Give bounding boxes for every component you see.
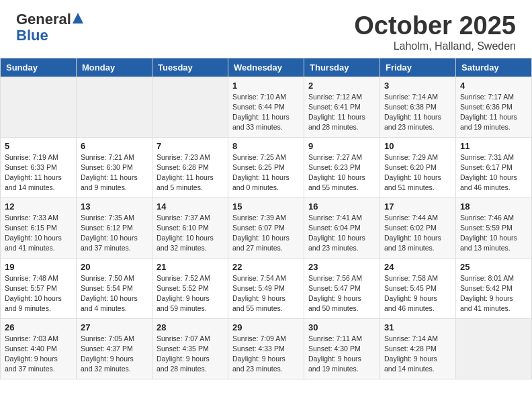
calendar-cell: 26Sunrise: 7:03 AM Sunset: 4:40 PM Dayli…: [1, 318, 77, 379]
calendar-cell: 27Sunrise: 7:05 AM Sunset: 4:37 PM Dayli…: [77, 318, 152, 379]
calendar-cell: 23Sunrise: 7:56 AM Sunset: 5:47 PM Dayli…: [304, 258, 380, 318]
day-number: 4: [460, 81, 527, 91]
day-info: Sunrise: 7:46 AM Sunset: 5:59 PM Dayligh…: [460, 213, 527, 254]
day-number: 2: [308, 81, 375, 91]
day-number: 8: [232, 141, 300, 151]
calendar-cell: 5Sunrise: 7:19 AM Sunset: 6:33 PM Daylig…: [1, 137, 77, 197]
calendar-cell: 31Sunrise: 7:14 AM Sunset: 4:28 PM Dayli…: [380, 318, 456, 379]
day-info: Sunrise: 7:17 AM Sunset: 6:36 PM Dayligh…: [460, 92, 527, 133]
day-info: Sunrise: 7:58 AM Sunset: 5:45 PM Dayligh…: [384, 273, 451, 314]
weekday-header-saturday: Saturday: [456, 58, 532, 77]
calendar-cell: [456, 318, 532, 379]
day-info: Sunrise: 7:12 AM Sunset: 6:41 PM Dayligh…: [308, 92, 375, 133]
calendar-header: SundayMondayTuesdayWednesdayThursdayFrid…: [1, 58, 532, 77]
header: General Blue October 2025 Laholm, Hallan…: [0, 0, 532, 58]
day-info: Sunrise: 7:25 AM Sunset: 6:25 PM Dayligh…: [232, 152, 300, 193]
weekday-header-friday: Friday: [380, 58, 456, 77]
month-title: October 2025: [354, 12, 516, 40]
day-number: 10: [384, 141, 451, 151]
day-info: Sunrise: 7:19 AM Sunset: 6:33 PM Dayligh…: [5, 152, 72, 193]
calendar-cell: 13Sunrise: 7:35 AM Sunset: 6:12 PM Dayli…: [77, 197, 152, 258]
calendar-body: 1Sunrise: 7:10 AM Sunset: 6:44 PM Daylig…: [1, 77, 532, 379]
day-number: 19: [5, 262, 72, 272]
calendar-table: SundayMondayTuesdayWednesdayThursdayFrid…: [0, 58, 532, 379]
day-number: 16: [308, 201, 375, 212]
calendar-cell: 9Sunrise: 7:27 AM Sunset: 6:23 PM Daylig…: [304, 137, 380, 197]
calendar-week-row: 1Sunrise: 7:10 AM Sunset: 6:44 PM Daylig…: [1, 77, 532, 137]
day-info: Sunrise: 7:09 AM Sunset: 4:33 PM Dayligh…: [232, 334, 300, 375]
day-info: Sunrise: 7:33 AM Sunset: 6:15 PM Dayligh…: [5, 213, 72, 254]
calendar-cell: 21Sunrise: 7:52 AM Sunset: 5:52 PM Dayli…: [152, 258, 228, 318]
day-number: 9: [308, 141, 375, 151]
calendar-cell: 3Sunrise: 7:14 AM Sunset: 6:38 PM Daylig…: [380, 77, 456, 137]
day-info: Sunrise: 7:41 AM Sunset: 6:04 PM Dayligh…: [308, 213, 375, 254]
weekday-header-sunday: Sunday: [1, 58, 77, 77]
day-info: Sunrise: 7:14 AM Sunset: 6:38 PM Dayligh…: [384, 92, 451, 133]
calendar-cell: 19Sunrise: 7:48 AM Sunset: 5:57 PM Dayli…: [1, 258, 77, 318]
day-number: 5: [5, 141, 72, 151]
day-number: 29: [232, 322, 300, 332]
calendar-cell: 20Sunrise: 7:50 AM Sunset: 5:54 PM Dayli…: [77, 258, 152, 318]
calendar-cell: 8Sunrise: 7:25 AM Sunset: 6:25 PM Daylig…: [228, 137, 304, 197]
day-info: Sunrise: 7:52 AM Sunset: 5:52 PM Dayligh…: [157, 273, 224, 314]
logo-blue-text: Blue: [16, 27, 48, 44]
day-info: Sunrise: 7:03 AM Sunset: 4:40 PM Dayligh…: [5, 334, 72, 375]
calendar-cell: 6Sunrise: 7:21 AM Sunset: 6:30 PM Daylig…: [77, 137, 152, 197]
calendar-week-row: 19Sunrise: 7:48 AM Sunset: 5:57 PM Dayli…: [1, 258, 532, 318]
day-info: Sunrise: 7:50 AM Sunset: 5:54 PM Dayligh…: [81, 273, 148, 314]
weekday-header-wednesday: Wednesday: [228, 58, 304, 77]
day-number: 21: [157, 262, 224, 272]
logo-general-text: General: [16, 12, 71, 27]
day-number: 31: [384, 322, 451, 332]
calendar-cell: [77, 77, 152, 137]
day-info: Sunrise: 7:11 AM Sunset: 4:30 PM Dayligh…: [308, 334, 375, 375]
calendar-cell: 15Sunrise: 7:39 AM Sunset: 6:07 PM Dayli…: [228, 197, 304, 258]
day-info: Sunrise: 7:10 AM Sunset: 6:44 PM Dayligh…: [232, 92, 300, 133]
calendar-cell: 18Sunrise: 7:46 AM Sunset: 5:59 PM Dayli…: [456, 197, 532, 258]
calendar-cell: 30Sunrise: 7:11 AM Sunset: 4:30 PM Dayli…: [304, 318, 380, 379]
day-info: Sunrise: 7:23 AM Sunset: 6:28 PM Dayligh…: [157, 152, 224, 193]
day-number: 17: [384, 201, 451, 212]
calendar-cell: 25Sunrise: 8:01 AM Sunset: 5:42 PM Dayli…: [456, 258, 532, 318]
day-info: Sunrise: 7:39 AM Sunset: 6:07 PM Dayligh…: [232, 213, 300, 254]
day-number: 14: [157, 201, 224, 212]
day-number: 28: [157, 322, 224, 332]
day-info: Sunrise: 7:29 AM Sunset: 6:20 PM Dayligh…: [384, 152, 451, 193]
day-info: Sunrise: 7:07 AM Sunset: 4:35 PM Dayligh…: [157, 334, 224, 375]
day-number: 15: [232, 201, 300, 212]
calendar-cell: [152, 77, 228, 137]
day-number: 26: [5, 322, 72, 332]
day-number: 1: [232, 81, 300, 91]
calendar-cell: [1, 77, 77, 137]
weekday-header-tuesday: Tuesday: [152, 58, 228, 77]
day-info: Sunrise: 7:44 AM Sunset: 6:02 PM Dayligh…: [384, 213, 451, 254]
calendar-cell: 1Sunrise: 7:10 AM Sunset: 6:44 PM Daylig…: [228, 77, 304, 137]
calendar-cell: 11Sunrise: 7:31 AM Sunset: 6:17 PM Dayli…: [456, 137, 532, 197]
day-info: Sunrise: 8:01 AM Sunset: 5:42 PM Dayligh…: [460, 273, 527, 314]
day-number: 11: [460, 141, 527, 151]
calendar-wrapper: SundayMondayTuesdayWednesdayThursdayFrid…: [0, 58, 532, 386]
day-info: Sunrise: 7:48 AM Sunset: 5:57 PM Dayligh…: [5, 273, 72, 314]
calendar-cell: 29Sunrise: 7:09 AM Sunset: 4:33 PM Dayli…: [228, 318, 304, 379]
day-info: Sunrise: 7:35 AM Sunset: 6:12 PM Dayligh…: [81, 213, 148, 254]
calendar-cell: 10Sunrise: 7:29 AM Sunset: 6:20 PM Dayli…: [380, 137, 456, 197]
day-number: 13: [81, 201, 148, 212]
calendar-cell: 14Sunrise: 7:37 AM Sunset: 6:10 PM Dayli…: [152, 197, 228, 258]
calendar-cell: 16Sunrise: 7:41 AM Sunset: 6:04 PM Dayli…: [304, 197, 380, 258]
day-number: 27: [81, 322, 148, 332]
weekday-header-monday: Monday: [77, 58, 152, 77]
day-info: Sunrise: 7:56 AM Sunset: 5:47 PM Dayligh…: [308, 273, 375, 314]
calendar-cell: 24Sunrise: 7:58 AM Sunset: 5:45 PM Dayli…: [380, 258, 456, 318]
page: General Blue October 2025 Laholm, Hallan…: [0, 0, 532, 386]
calendar-week-row: 5Sunrise: 7:19 AM Sunset: 6:33 PM Daylig…: [1, 137, 532, 197]
day-info: Sunrise: 7:54 AM Sunset: 5:49 PM Dayligh…: [232, 273, 300, 314]
day-number: 7: [157, 141, 224, 151]
day-number: 23: [308, 262, 375, 272]
day-info: Sunrise: 7:27 AM Sunset: 6:23 PM Dayligh…: [308, 152, 375, 193]
day-number: 6: [81, 141, 148, 151]
day-number: 3: [384, 81, 451, 91]
calendar-cell: 28Sunrise: 7:07 AM Sunset: 4:35 PM Dayli…: [152, 318, 228, 379]
svg-marker-0: [73, 13, 83, 24]
day-number: 20: [81, 262, 148, 272]
logo: General Blue: [16, 12, 85, 44]
